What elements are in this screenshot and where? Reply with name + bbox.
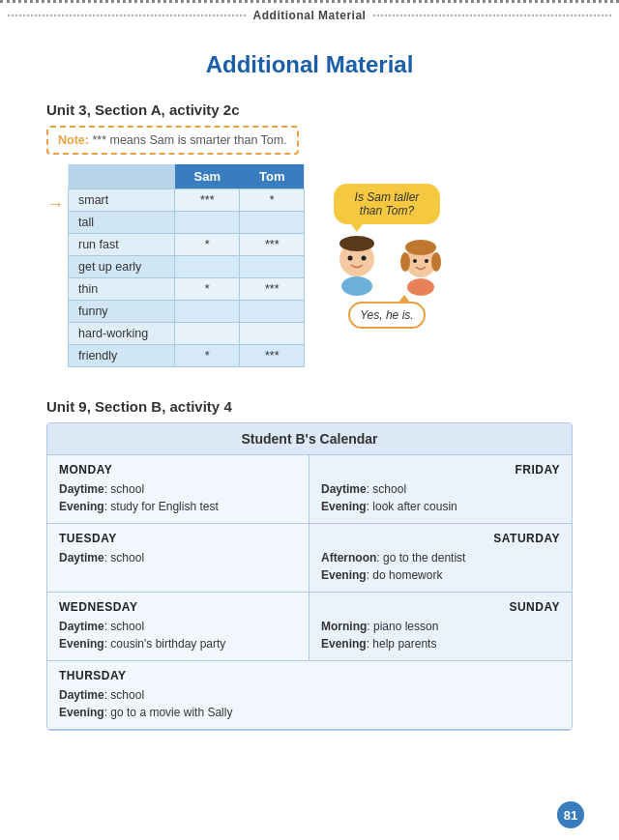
illustration-area: Is Sam taller than Tom? bbox=[328, 184, 446, 329]
table-with-arrow: → Sam Tom smart****tallrun fast****get u… bbox=[46, 164, 305, 367]
calendar-entry: Daytime: school bbox=[59, 480, 297, 498]
table-cell-tom bbox=[240, 323, 304, 345]
table-cell-tom bbox=[240, 301, 304, 323]
table-row: run fast**** bbox=[69, 234, 305, 256]
table-row: get up early bbox=[69, 256, 305, 278]
calendar-cell: SUNDAYMorning: piano lessonEvening: help… bbox=[310, 593, 572, 661]
calendar-entry-bold: Daytime bbox=[321, 482, 367, 496]
speech-bubble-question: Is Sam taller than Tom? bbox=[334, 184, 440, 224]
calendar-cell: THURSDAYDaytime: schoolEvening: go to a … bbox=[47, 661, 572, 730]
calendar-day-header: MONDAY bbox=[59, 463, 297, 477]
svg-point-11 bbox=[425, 259, 428, 263]
table-cell-tom: * bbox=[240, 189, 304, 212]
calendar-day-header: THURSDAY bbox=[59, 669, 560, 682]
table-row: funny bbox=[69, 301, 305, 323]
table-row: smart**** bbox=[69, 189, 305, 212]
svg-point-8 bbox=[400, 252, 410, 272]
section-b: Unit 9, Section B, activity 4 Student B'… bbox=[46, 398, 573, 731]
calendar-entry-bold: Daytime bbox=[59, 620, 104, 633]
table-header-sam: Sam bbox=[175, 164, 240, 189]
svg-point-2 bbox=[339, 236, 374, 251]
calendar-entry: Evening: cousin's birthday party bbox=[59, 635, 297, 652]
table-cell-label: run fast bbox=[69, 234, 175, 256]
section-a-area: → Sam Tom smart****tallrun fast****get u… bbox=[46, 164, 573, 367]
svg-point-7 bbox=[405, 240, 436, 255]
table-row: hard-working bbox=[69, 323, 305, 345]
table-cell-tom: *** bbox=[240, 234, 304, 256]
boy-character bbox=[328, 230, 386, 298]
table-cell-sam bbox=[175, 301, 240, 323]
calendar-entry: Evening: look after cousin bbox=[321, 498, 560, 515]
table-cell-tom bbox=[240, 212, 304, 234]
calendar-cell: TUESDAYDaytime: school bbox=[47, 524, 310, 593]
table-cell-label: tall bbox=[69, 212, 175, 234]
svg-point-4 bbox=[361, 256, 366, 261]
table-cell-label: thin bbox=[69, 278, 175, 301]
table-cell-label: get up early bbox=[69, 256, 175, 278]
calendar-cell: FRIDAYDaytime: schoolEvening: look after… bbox=[310, 455, 572, 524]
calendar-title: Student B's Calendar bbox=[47, 423, 572, 455]
calendar-entry-bold: Evening bbox=[59, 706, 104, 719]
table-cell-sam: * bbox=[175, 345, 240, 367]
page-number: 81 bbox=[557, 801, 584, 828]
note-box: Note: *** means Sam is smarter than Tom. bbox=[46, 126, 299, 155]
note-text-content: *** means Sam is smarter than Tom. bbox=[92, 133, 286, 147]
svg-point-9 bbox=[431, 252, 441, 272]
svg-point-5 bbox=[407, 278, 434, 296]
calendar-entry: Evening: study for English test bbox=[59, 498, 297, 515]
table-cell-tom: *** bbox=[240, 345, 304, 367]
calendar-entry-bold: Evening bbox=[321, 637, 367, 651]
calendar-entry: Daytime: school bbox=[59, 618, 297, 635]
calendar-day-header: WEDNESDAY bbox=[59, 600, 297, 614]
table-cell-sam: *** bbox=[175, 189, 240, 212]
note-label: Note: bbox=[58, 133, 89, 147]
table-cell-label: funny bbox=[69, 301, 175, 323]
section-a-title: Unit 3, Section A, activity 2c bbox=[46, 101, 573, 118]
table-cell-tom: *** bbox=[240, 278, 304, 301]
calendar-entry-bold: Afternoon bbox=[321, 551, 376, 565]
table-header-empty bbox=[69, 164, 175, 189]
calendar-entry-bold: Daytime bbox=[59, 551, 104, 565]
calendar-box: Student B's Calendar MONDAYDaytime: scho… bbox=[46, 422, 573, 731]
calendar-day-header: SUNDAY bbox=[321, 600, 560, 614]
svg-point-10 bbox=[413, 259, 417, 263]
calendar-grid: MONDAYDaytime: schoolEvening: study for … bbox=[47, 455, 572, 730]
comparison-table: Sam Tom smart****tallrun fast****get up … bbox=[68, 164, 305, 367]
calendar-entry: Morning: piano lesson bbox=[321, 618, 560, 635]
calendar-entry: Evening: go to a movie with Sally bbox=[59, 704, 560, 721]
table-row: friendly**** bbox=[69, 345, 305, 367]
calendar-entry-bold: Evening bbox=[59, 637, 104, 651]
svg-point-0 bbox=[341, 276, 372, 296]
svg-point-3 bbox=[347, 256, 352, 261]
table-cell-tom bbox=[240, 256, 304, 278]
calendar-entry-bold: Morning bbox=[321, 620, 367, 633]
calendar-entry-bold: Daytime bbox=[59, 688, 104, 702]
calendar-entry: Evening: help parents bbox=[321, 635, 560, 652]
calendar-entry-bold: Evening bbox=[321, 500, 367, 513]
table-cell-label: hard-working bbox=[69, 323, 175, 345]
calendar-day-header: FRIDAY bbox=[321, 463, 560, 477]
calendar-entry: Afternoon: go to the dentist bbox=[321, 549, 560, 566]
table-row: thin**** bbox=[69, 278, 305, 301]
calendar-cell: WEDNESDAYDaytime: schoolEvening: cousin'… bbox=[47, 593, 310, 661]
calendar-entry-bold: Evening bbox=[321, 568, 367, 582]
calendar-entry: Daytime: school bbox=[321, 480, 560, 498]
calendar-day-header: TUESDAY bbox=[59, 532, 297, 545]
calendar-entry: Daytime: school bbox=[59, 549, 297, 566]
table-cell-sam bbox=[175, 323, 240, 345]
arrow-indicator: → bbox=[46, 195, 64, 213]
calendar-entry-bold: Daytime bbox=[59, 482, 104, 496]
girl-character bbox=[396, 235, 446, 298]
section-b-title: Unit 9, Section B, activity 4 bbox=[46, 398, 573, 415]
table-cell-sam: * bbox=[175, 234, 240, 256]
characters-row bbox=[328, 230, 446, 298]
calendar-cell: SATURDAYAfternoon: go to the dentistEven… bbox=[310, 524, 572, 593]
table-cell-label: smart bbox=[69, 189, 175, 212]
table-row: tall bbox=[69, 212, 305, 234]
top-bar-label: Additional Material bbox=[253, 9, 367, 22]
page-title: Additional Material bbox=[46, 51, 573, 78]
calendar-entry: Daytime: school bbox=[59, 686, 560, 704]
table-cell-sam: * bbox=[175, 278, 240, 301]
speech-bubble-answer: Yes, he is. bbox=[348, 302, 425, 329]
calendar-cell: MONDAYDaytime: schoolEvening: study for … bbox=[47, 455, 310, 524]
